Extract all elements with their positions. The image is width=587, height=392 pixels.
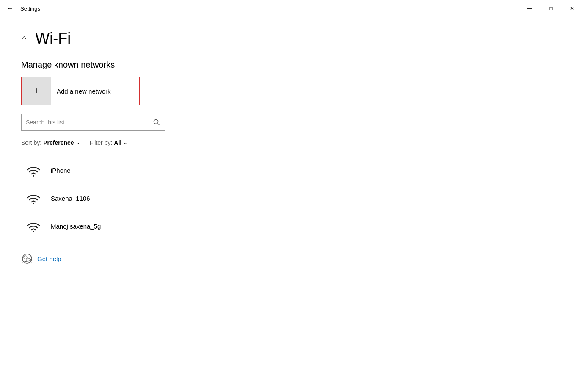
filter-label: Filter by: bbox=[90, 139, 113, 146]
list-item[interactable]: iPhone bbox=[21, 156, 566, 184]
svg-point-0 bbox=[154, 120, 158, 124]
home-icon: ⌂ bbox=[21, 33, 27, 44]
add-new-network-button[interactable]: + Add a new network bbox=[21, 77, 140, 105]
title-bar-title: Settings bbox=[20, 6, 40, 12]
page-title: Wi-Fi bbox=[35, 30, 71, 47]
sort-value-dropdown[interactable]: Preference ⌄ bbox=[43, 139, 79, 146]
wifi-icon bbox=[25, 189, 42, 207]
svg-line-1 bbox=[158, 124, 160, 125]
help-icon: ? bbox=[21, 253, 33, 265]
minimize-button[interactable]: — bbox=[520, 2, 540, 15]
network-list: iPhone Saxena_1106 bbox=[21, 156, 566, 240]
wifi-icon bbox=[25, 161, 42, 179]
svg-text:?: ? bbox=[28, 259, 30, 263]
sort-filter-row: Sort by: Preference ⌄ Filter by: All ⌄ bbox=[21, 139, 566, 146]
search-input[interactable] bbox=[21, 114, 165, 131]
close-button[interactable]: ✕ bbox=[562, 2, 582, 15]
title-bar: ← Settings — □ ✕ bbox=[0, 0, 587, 17]
filter-chevron-icon: ⌄ bbox=[123, 140, 127, 146]
filter-value-dropdown[interactable]: All ⌄ bbox=[114, 139, 127, 146]
svg-point-4 bbox=[33, 231, 34, 232]
network-name: Manoj saxena_5g bbox=[51, 223, 101, 230]
search-button[interactable] bbox=[148, 114, 165, 131]
svg-point-2 bbox=[33, 175, 34, 177]
add-icon: + bbox=[22, 77, 51, 105]
search-icon bbox=[153, 119, 160, 126]
sort-item: Sort by: Preference ⌄ bbox=[21, 139, 80, 146]
list-item[interactable]: Saxena_1106 bbox=[21, 184, 566, 212]
main-content: ⌂ Wi-Fi Manage known networks + Add a ne… bbox=[0, 17, 587, 277]
sort-label: Sort by: bbox=[21, 139, 41, 146]
wifi-icon bbox=[25, 217, 42, 235]
filter-item: Filter by: All ⌄ bbox=[90, 139, 127, 146]
add-network-label: Add a new network bbox=[57, 88, 111, 95]
page-header: ⌂ Wi-Fi bbox=[21, 30, 566, 47]
svg-point-6 bbox=[24, 256, 27, 259]
get-help-section: ? Get help bbox=[21, 253, 566, 265]
list-item[interactable]: Manoj saxena_5g bbox=[21, 212, 566, 240]
sort-chevron-icon: ⌄ bbox=[76, 140, 80, 146]
section-title: Manage known networks bbox=[21, 60, 566, 70]
title-bar-controls: — □ ✕ bbox=[520, 2, 582, 15]
title-bar-left: ← Settings bbox=[5, 3, 40, 14]
network-name: Saxena_1106 bbox=[51, 195, 90, 202]
back-button[interactable]: ← bbox=[5, 3, 15, 14]
search-container bbox=[21, 114, 165, 131]
get-help-link[interactable]: Get help bbox=[37, 255, 61, 262]
maximize-button[interactable]: □ bbox=[541, 2, 561, 15]
svg-point-3 bbox=[33, 203, 34, 204]
network-name: iPhone bbox=[51, 167, 71, 174]
